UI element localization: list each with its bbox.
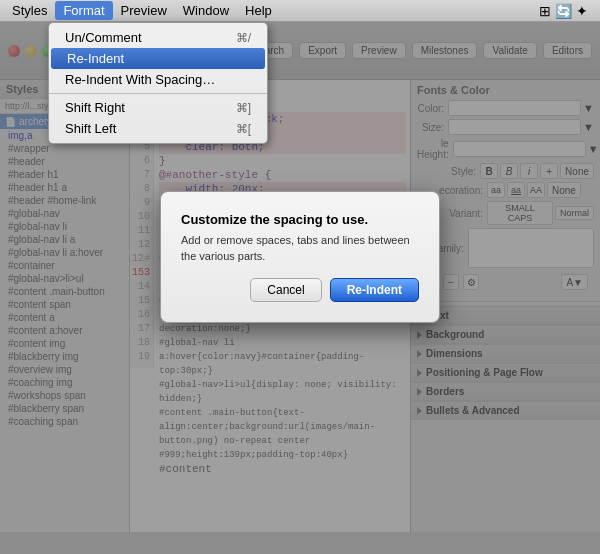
menu-bar: Styles Format Preview Window Help ⊞ 🔄 ✦ bbox=[0, 0, 600, 22]
menu-window[interactable]: Window bbox=[175, 1, 237, 20]
dropdown-reindent-spacing[interactable]: Re-Indent With Spacing… bbox=[49, 69, 267, 90]
format-dropdown: Un/Comment ⌘/ Re-Indent Re-Indent With S… bbox=[48, 22, 268, 144]
dropdown-uncomment[interactable]: Un/Comment ⌘/ bbox=[49, 27, 267, 48]
menu-format[interactable]: Format bbox=[55, 1, 112, 20]
reindent-button[interactable]: Re-Indent bbox=[330, 278, 419, 302]
menu-help[interactable]: Help bbox=[237, 1, 280, 20]
modal-dialog: Customize the spacing to use. Add or rem… bbox=[160, 191, 440, 323]
dropdown-shift-left[interactable]: Shift Left ⌘[ bbox=[49, 118, 267, 139]
dropdown-reindent[interactable]: Re-Indent bbox=[51, 48, 265, 69]
modal-title: Customize the spacing to use. bbox=[181, 212, 419, 227]
dropdown-separator bbox=[49, 93, 267, 94]
menu-preview[interactable]: Preview bbox=[113, 1, 175, 20]
dropdown-shift-right[interactable]: Shift Right ⌘] bbox=[49, 97, 267, 118]
cancel-button[interactable]: Cancel bbox=[250, 278, 321, 302]
modal-buttons: Cancel Re-Indent bbox=[181, 278, 419, 302]
modal-description: Add or remove spaces, tabs and lines bet… bbox=[181, 233, 419, 264]
menu-styles[interactable]: Styles bbox=[4, 1, 55, 20]
